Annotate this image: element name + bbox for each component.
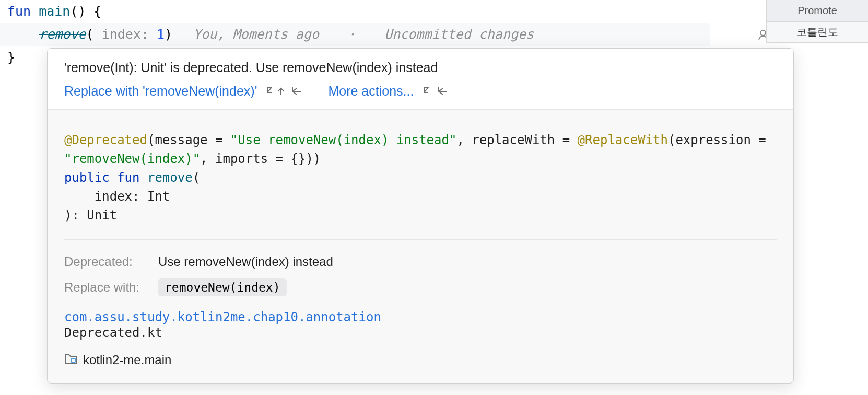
brace-close: } bbox=[7, 50, 15, 65]
sig-text-1: (message = bbox=[147, 133, 230, 147]
code-line-1[interactable]: fun main() { bbox=[0, 0, 710, 23]
code-line-2[interactable]: remove( index: 1)You, Moments ago · Unco… bbox=[0, 23, 710, 46]
paren-close: ) bbox=[165, 27, 172, 42]
right-panel: Promote 코틀린도 bbox=[766, 0, 868, 395]
module-name: kotlin2-me.main bbox=[83, 353, 171, 367]
svg-point-0 bbox=[760, 30, 766, 36]
parens: () bbox=[70, 4, 86, 19]
location-block: com.assu.study.kotlin2me.chap10.annotati… bbox=[64, 310, 777, 340]
sig-close: ): Unit bbox=[64, 208, 117, 223]
fn-remove: remove bbox=[147, 170, 193, 185]
svg-rect-2 bbox=[71, 358, 75, 362]
fn-main: main bbox=[39, 4, 70, 19]
brace-open: { bbox=[94, 4, 102, 19]
sig-param: index: Int bbox=[64, 189, 170, 204]
popup-title: 'remove(Int): Unit' is deprecated. Use r… bbox=[64, 60, 777, 75]
popup-actions: Replace with 'removeNew(index)' More act… bbox=[64, 84, 777, 99]
signature-block: @Deprecated(message = "Use removeNew(ind… bbox=[64, 131, 777, 225]
sig-text-3: (expression = bbox=[668, 133, 773, 147]
sig-str-1: "Use removeNew(index) instead" bbox=[230, 133, 456, 147]
replacewith-label: Replace with: bbox=[64, 280, 158, 295]
quickfix-popup: 'remove(Int): Unit' is deprecated. Use r… bbox=[47, 48, 794, 384]
module-row: kotlin2-me.main bbox=[64, 353, 777, 367]
replacewith-row: Replace with: removeNew(index) bbox=[64, 278, 777, 296]
param-hint-index: index: bbox=[102, 27, 149, 42]
promote-tab[interactable]: Promote bbox=[766, 0, 868, 22]
call-remove-deprecated: remove bbox=[39, 27, 86, 42]
sig-text-4: , imports = {})) bbox=[200, 152, 321, 166]
divider bbox=[64, 239, 777, 240]
shortcut-more-icon bbox=[423, 85, 451, 98]
kw-public: public bbox=[64, 170, 110, 185]
replacewith-code: removeNew(index) bbox=[158, 278, 287, 296]
package-link[interactable]: com.assu.study.kotlin2me.chap10.annotati… bbox=[64, 310, 777, 324]
arg-1: 1 bbox=[157, 27, 165, 42]
vcs-inlay-author: You, Moments ago bbox=[193, 27, 319, 42]
anno-replacewith: @ReplaceWith bbox=[578, 133, 668, 147]
kw-fun: fun bbox=[117, 170, 139, 185]
sig-text-2: , replaceWith = bbox=[456, 133, 577, 147]
sig-str-2: "removeNew(index)" bbox=[64, 152, 200, 166]
popup-header: 'remove(Int): Unit' is deprecated. Use r… bbox=[48, 49, 793, 109]
shortcut-replace-icon bbox=[266, 85, 304, 98]
deprecated-row: Deprecated: Use removeNew(index) instead bbox=[64, 254, 777, 269]
deprecated-label: Deprecated: bbox=[64, 254, 158, 269]
paren-open: ( bbox=[86, 27, 102, 42]
korean-tab[interactable]: 코틀린도 bbox=[766, 22, 868, 43]
replace-action-link[interactable]: Replace with 'removeNew(index)' bbox=[64, 84, 257, 99]
keyword-fun: fun bbox=[7, 4, 31, 19]
sig-open-paren: ( bbox=[193, 170, 200, 185]
file-name: Deprecated.kt bbox=[64, 326, 777, 340]
vcs-inlay-sep: · bbox=[348, 27, 356, 42]
more-actions-link[interactable]: More actions... bbox=[328, 84, 414, 99]
vcs-inlay-status: Uncommitted changes bbox=[384, 27, 534, 42]
anno-deprecated: @Deprecated bbox=[64, 133, 147, 147]
deprecated-value: Use removeNew(index) instead bbox=[158, 254, 333, 269]
folder-icon bbox=[64, 353, 78, 367]
popup-body: @Deprecated(message = "Use removeNew(ind… bbox=[48, 109, 793, 383]
